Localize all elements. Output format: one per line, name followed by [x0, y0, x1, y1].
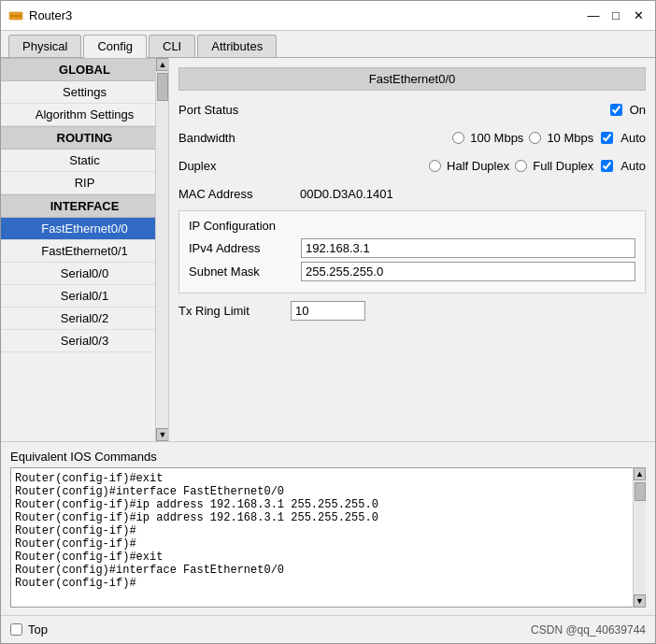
tab-bar: Physical Config CLI Attributes — [1, 31, 655, 58]
status-bar: Top CSDN @qq_40639744 — [1, 615, 655, 643]
console-line-8: Router(config)#interface FastEthernet0/0 — [15, 564, 628, 577]
duplex-half-radio[interactable] — [429, 160, 441, 172]
console-section: Equivalent IOS Commands Router(config-if… — [1, 441, 655, 615]
ipv4-label: IPv4 Address — [189, 241, 301, 255]
title-controls: — □ ✕ — [584, 7, 648, 25]
bandwidth-radio-group: 100 Mbps 10 Mbps — [452, 131, 593, 145]
console-line-1: Router(config-if)#exit — [15, 472, 628, 485]
duplex-full-label: Full Duplex — [533, 159, 593, 173]
svg-point-1 — [11, 14, 14, 17]
sidebar-scroll-thumb[interactable] — [157, 73, 168, 101]
console-line-5: Router(config-if)# — [15, 524, 628, 537]
tx-ring-limit-label: Tx Ring Limit — [178, 304, 291, 318]
window-title: Router3 — [29, 8, 72, 22]
duplex-label: Duplex — [178, 159, 291, 173]
ipv4-input[interactable] — [301, 238, 635, 258]
content-area: GLOBAL Settings Algorithm Settings ROUTI… — [1, 58, 655, 441]
router-app-icon — [8, 8, 23, 23]
tab-config[interactable]: Config — [83, 35, 147, 58]
ipv4-row: IPv4 Address — [189, 238, 635, 258]
ios-console[interactable]: Router(config-if)#exit Router(config)#in… — [10, 467, 646, 608]
console-scrollbar: ▲ ▼ — [633, 467, 646, 608]
console-line-2: Router(config)#interface FastEthernet0/0 — [15, 485, 628, 498]
title-bar: Router3 — □ ✕ — [1, 1, 655, 31]
sidebar-item-algorithm-settings[interactable]: Algorithm Settings — [1, 104, 168, 126]
port-status-label: Port Status — [178, 103, 291, 117]
mac-address-label: MAC Address — [178, 187, 291, 201]
port-status-check-label: On — [630, 103, 646, 117]
bandwidth-auto-label: Auto — [620, 131, 646, 145]
minimize-button[interactable]: — — [584, 7, 603, 25]
sidebar-item-serial0-0[interactable]: Serial0/0 — [1, 263, 168, 285]
sidebar-item-serial0-3[interactable]: Serial0/3 — [1, 330, 168, 352]
port-status-row: Port Status On — [178, 98, 646, 121]
sidebar-item-settings[interactable]: Settings — [1, 81, 168, 104]
sidebar-scrollbar: ▲ ▼ — [155, 58, 168, 441]
router3-window: Router3 — □ ✕ Physical Config CLI Attrib… — [0, 0, 656, 644]
console-line-9: Router(config-if)# — [15, 577, 628, 590]
panel-title: FastEthernet0/0 — [178, 67, 646, 91]
sidebar-item-serial0-2[interactable]: Serial0/2 — [1, 308, 168, 330]
sidebar-scroll-up-button[interactable]: ▲ — [156, 58, 169, 71]
console-line-6: Router(config-if)# — [15, 537, 628, 551]
console-scroll-track — [634, 480, 646, 594]
sidebar-scroll-down-button[interactable]: ▼ — [156, 428, 169, 441]
console-line-4: Router(config-if)#ip address 192.168.3.1… — [15, 511, 628, 524]
bandwidth-row: Bandwidth 100 Mbps 10 Mbps Auto — [178, 126, 646, 149]
console-wrapper: Router(config-if)#exit Router(config)#in… — [10, 467, 646, 608]
console-scroll-thumb[interactable] — [635, 482, 646, 501]
bandwidth-100mbps-radio[interactable] — [452, 132, 464, 144]
duplex-controls: Half Duplex Full Duplex Auto — [291, 159, 646, 173]
ip-config-group: IP Configuration IPv4 Address Subnet Mas… — [178, 210, 646, 293]
console-title: Equivalent IOS Commands — [10, 450, 646, 464]
console-scroll-down-button[interactable]: ▼ — [634, 594, 646, 608]
tab-cli[interactable]: CLI — [149, 35, 195, 57]
port-status-checkbox[interactable] — [610, 104, 622, 116]
sidebar-section-routing: ROUTING — [1, 126, 168, 150]
subnet-mask-label: Subnet Mask — [189, 265, 301, 279]
bandwidth-100mbps-label: 100 Mbps — [470, 131, 523, 145]
sidebar-item-fastethernet0-1[interactable]: FastEthernet0/1 — [1, 240, 168, 263]
bandwidth-label: Bandwidth — [178, 131, 291, 145]
bandwidth-10mbps-label: 10 Mbps — [547, 131, 593, 145]
sidebar-item-serial0-1[interactable]: Serial0/1 — [1, 285, 168, 308]
duplex-half-label: Half Duplex — [447, 159, 509, 173]
svg-point-2 — [15, 14, 18, 17]
title-left: Router3 — [8, 8, 72, 23]
sidebar-item-fastethernet0-0[interactable]: FastEthernet0/0 — [1, 218, 168, 240]
tx-ring-limit-row: Tx Ring Limit — [178, 301, 646, 321]
status-left: Top — [10, 623, 48, 637]
sidebar: GLOBAL Settings Algorithm Settings ROUTI… — [1, 58, 169, 441]
console-scroll-up-button[interactable]: ▲ — [634, 467, 646, 480]
svg-point-3 — [19, 14, 21, 17]
sidebar-section-interface: INTERFACE — [1, 194, 168, 218]
watermark: CSDN @qq_40639744 — [531, 623, 646, 637]
tab-physical[interactable]: Physical — [8, 35, 81, 57]
maximize-button[interactable]: □ — [606, 7, 625, 25]
tx-ring-limit-input[interactable] — [291, 301, 365, 321]
top-checkbox-label: Top — [28, 623, 48, 637]
top-checkbox[interactable] — [10, 623, 22, 636]
bandwidth-10mbps-radio[interactable] — [529, 132, 541, 144]
mac-address-value: 00D0.D3A0.1401 — [291, 187, 646, 201]
sidebar-item-static[interactable]: Static — [1, 150, 168, 172]
mac-address-row: MAC Address 00D0.D3A0.1401 — [178, 182, 646, 205]
tab-attributes[interactable]: Attributes — [197, 35, 277, 57]
sidebar-section-global: GLOBAL — [1, 58, 168, 81]
subnet-mask-input[interactable] — [301, 262, 635, 281]
port-status-controls: On — [291, 103, 646, 117]
main-panel: FastEthernet0/0 Port Status On Bandwidth… — [169, 58, 655, 441]
bandwidth-auto-checkbox[interactable] — [601, 132, 613, 144]
ip-config-title: IP Configuration — [189, 219, 635, 233]
bandwidth-controls: 100 Mbps 10 Mbps Auto — [291, 131, 646, 145]
duplex-auto-checkbox[interactable] — [601, 160, 613, 172]
console-line-7: Router(config-if)#exit — [15, 551, 628, 564]
console-line-3: Router(config-if)#ip address 192.168.3.1… — [15, 498, 628, 511]
subnet-mask-row: Subnet Mask — [189, 262, 635, 281]
duplex-full-radio[interactable] — [515, 160, 527, 172]
duplex-auto-label: Auto — [620, 159, 646, 173]
close-button[interactable]: ✕ — [629, 7, 648, 25]
duplex-row: Duplex Half Duplex Full Duplex Auto — [178, 154, 646, 177]
sidebar-scroll-track — [156, 71, 168, 428]
sidebar-item-rip[interactable]: RIP — [1, 172, 168, 194]
